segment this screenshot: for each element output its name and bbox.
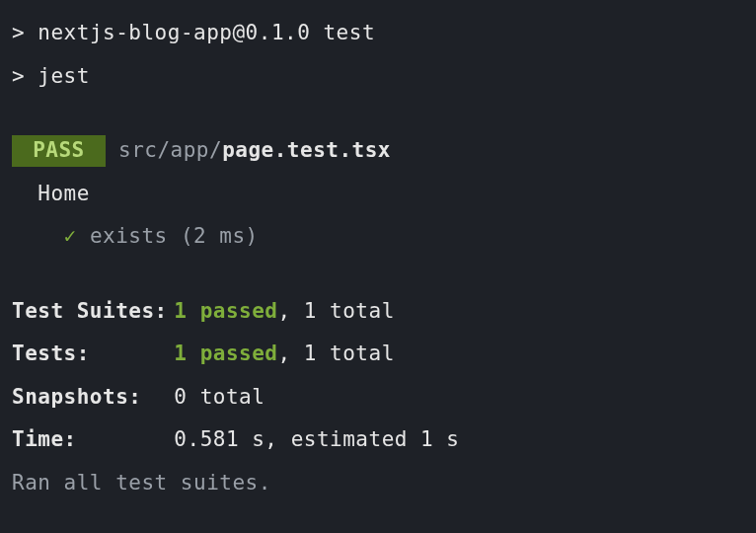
time-value: 0.581 s, estimated 1 s bbox=[174, 427, 459, 451]
suites-total: , 1 total bbox=[278, 299, 395, 323]
describe-name: Home bbox=[38, 182, 90, 205]
time-label: Time: bbox=[12, 424, 174, 456]
test-case-name: exists bbox=[90, 224, 168, 248]
test-file-result: PASS src/app/page.test.tsx bbox=[12, 135, 744, 167]
tests-total: , 1 total bbox=[278, 342, 395, 365]
runner-name: jest bbox=[38, 64, 90, 88]
summary-time: Time:0.581 s, estimated 1 s bbox=[12, 424, 744, 456]
blank-line bbox=[12, 253, 744, 296]
snapshots-value: 0 total bbox=[174, 385, 265, 409]
pass-badge: PASS bbox=[12, 135, 106, 167]
test-file-name: page.test.tsx bbox=[222, 138, 391, 162]
prompt-symbol: > bbox=[12, 21, 25, 44]
tests-passed: 1 passed bbox=[174, 342, 277, 365]
test-file-dir: src/app/ bbox=[106, 138, 222, 162]
summary-footer: Ran all test suites. bbox=[12, 468, 744, 499]
command-line-2: > jest bbox=[12, 61, 744, 93]
summary-suites: Test Suites:1 passed, 1 total bbox=[12, 296, 744, 328]
check-icon: ✓ bbox=[64, 224, 77, 248]
describe-block: Home bbox=[12, 179, 744, 210]
suites-passed: 1 passed bbox=[174, 299, 277, 323]
command-line-1: > nextjs-blog-app@0.1.0 test bbox=[12, 18, 744, 49]
suites-label: Test Suites: bbox=[12, 296, 174, 328]
snapshots-label: Snapshots: bbox=[12, 382, 174, 414]
footer-text: Ran all test suites. bbox=[12, 471, 271, 495]
test-case-row: ✓ exists (2 ms) bbox=[12, 221, 744, 253]
summary-tests: Tests:1 passed, 1 total bbox=[12, 339, 744, 370]
npm-script: nextjs-blog-app@0.1.0 test bbox=[38, 21, 375, 44]
prompt-symbol: > bbox=[12, 64, 25, 88]
tests-label: Tests: bbox=[12, 339, 174, 370]
blank-line bbox=[12, 92, 744, 135]
summary-snapshots: Snapshots:0 total bbox=[12, 382, 744, 414]
test-case-time: (2 ms) bbox=[181, 224, 259, 248]
